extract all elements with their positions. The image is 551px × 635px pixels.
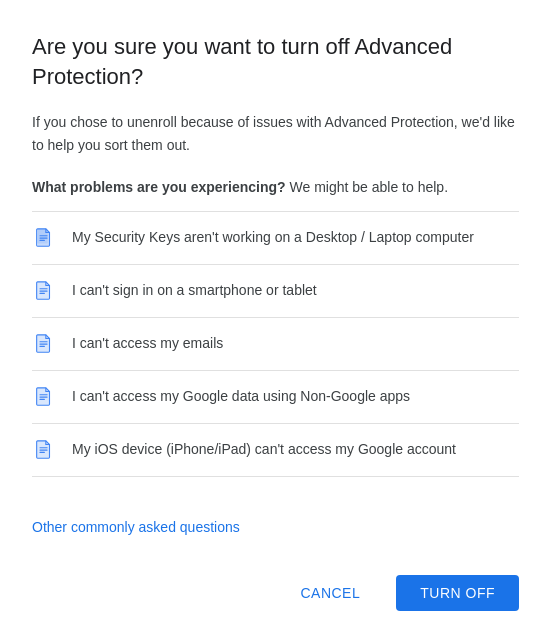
document-icon bbox=[32, 332, 56, 356]
dialog: Are you sure you want to turn off Advanc… bbox=[0, 0, 551, 635]
problems-heading: What problems are you experiencing? We m… bbox=[32, 176, 519, 198]
dialog-actions: CANCEL TURN OFF bbox=[32, 567, 519, 611]
svg-rect-13 bbox=[39, 447, 47, 448]
cancel-button[interactable]: CANCEL bbox=[276, 575, 384, 611]
svg-rect-4 bbox=[39, 288, 47, 289]
dialog-subtitle: If you chose to unenroll because of issu… bbox=[32, 111, 519, 156]
problems-list: My Security Keys aren't working on a Des… bbox=[32, 211, 519, 499]
dialog-title: Are you sure you want to turn off Advanc… bbox=[32, 32, 519, 91]
list-item-text: I can't access my emails bbox=[72, 334, 223, 354]
list-item-text: I can't sign in on a smartphone or table… bbox=[72, 281, 317, 301]
list-item-text: My Security Keys aren't working on a Des… bbox=[72, 228, 474, 248]
svg-rect-11 bbox=[39, 396, 47, 397]
problems-heading-bold: What problems are you experiencing? bbox=[32, 179, 286, 195]
svg-rect-14 bbox=[39, 449, 47, 450]
svg-rect-1 bbox=[39, 235, 47, 236]
list-item[interactable]: I can't sign in on a smartphone or table… bbox=[32, 265, 519, 318]
list-item[interactable]: My Security Keys aren't working on a Des… bbox=[32, 211, 519, 265]
svg-rect-15 bbox=[39, 451, 45, 452]
svg-rect-6 bbox=[39, 292, 45, 293]
problems-heading-rest: We might be able to help. bbox=[286, 179, 448, 195]
list-item-text: My iOS device (iPhone/iPad) can't access… bbox=[72, 440, 456, 460]
svg-rect-7 bbox=[39, 341, 47, 342]
turn-off-button[interactable]: TURN OFF bbox=[396, 575, 519, 611]
list-item[interactable]: I can't access my Google data using Non-… bbox=[32, 371, 519, 424]
document-icon bbox=[32, 438, 56, 462]
svg-rect-8 bbox=[39, 343, 47, 344]
svg-rect-5 bbox=[39, 290, 47, 291]
list-item[interactable]: I can't access my emails bbox=[32, 318, 519, 371]
document-icon bbox=[32, 226, 56, 250]
other-questions-link[interactable]: Other commonly asked questions bbox=[32, 519, 519, 535]
list-item-text: I can't access my Google data using Non-… bbox=[72, 387, 410, 407]
svg-rect-10 bbox=[39, 394, 47, 395]
document-icon bbox=[32, 385, 56, 409]
svg-rect-9 bbox=[39, 345, 45, 346]
list-item[interactable]: My iOS device (iPhone/iPad) can't access… bbox=[32, 424, 519, 477]
svg-rect-2 bbox=[39, 237, 47, 238]
svg-rect-12 bbox=[39, 398, 45, 399]
svg-rect-3 bbox=[39, 239, 45, 240]
document-icon bbox=[32, 279, 56, 303]
